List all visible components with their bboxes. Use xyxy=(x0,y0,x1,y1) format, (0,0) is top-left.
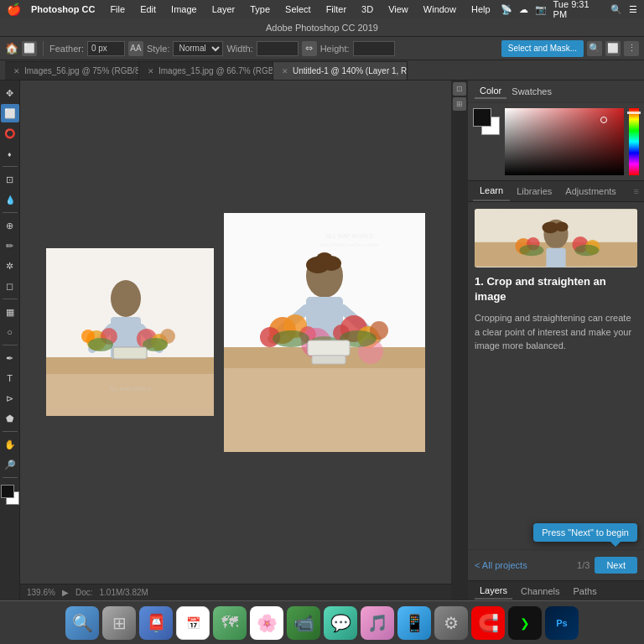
doc-size-label: Doc: xyxy=(75,588,93,597)
svg-rect-15 xyxy=(113,347,147,359)
menu-file[interactable]: File xyxy=(105,4,130,14)
fg-swatch[interactable] xyxy=(473,108,491,127)
magic-wand-tool[interactable]: ⬧ xyxy=(1,144,19,163)
svg-text:ALL MAP WORLD: ALL MAP WORLD xyxy=(109,387,151,392)
tab-3[interactable]: ✕ Untitled-1 @ 140% (Layer 1, RGB/8*) xyxy=(273,61,408,80)
pen-tool[interactable]: ✒ xyxy=(1,349,19,367)
eraser-tool[interactable]: ◻ xyxy=(1,277,19,295)
dock-systemprefs[interactable]: ⚙ xyxy=(434,606,468,640)
width-input[interactable] xyxy=(257,41,299,56)
learn-panel: Learn Libraries Adjustments ≡ xyxy=(468,181,644,600)
color-panel: Color Swatches xyxy=(468,80,644,181)
menu-filter[interactable]: Filter xyxy=(321,4,351,14)
color-tab[interactable]: Color xyxy=(475,84,506,99)
screen-share-icon: 📡 xyxy=(501,4,512,15)
hue-slider[interactable] xyxy=(629,108,639,175)
layers-tab[interactable]: Layers xyxy=(475,583,512,600)
feather-input[interactable] xyxy=(87,41,125,56)
search-icon[interactable]: 🔍 xyxy=(610,4,622,15)
search-panel-icon[interactable]: 🔍 xyxy=(587,41,602,56)
learn-thumbnail xyxy=(475,209,637,267)
dock-calendar[interactable]: 📅 xyxy=(176,606,210,640)
tab-3-close[interactable]: ✕ xyxy=(282,67,288,75)
menu-type[interactable]: Type xyxy=(245,4,275,14)
style-select[interactable]: Normal xyxy=(173,41,223,56)
dock-ps[interactable]: Ps xyxy=(545,606,579,640)
home-icon[interactable]: 🏠 xyxy=(5,42,18,55)
menu-icon[interactable]: ☰ xyxy=(629,4,637,15)
swap-icon[interactable]: ⇔ xyxy=(302,41,317,56)
panel-options-icon[interactable]: ≡ xyxy=(634,186,639,196)
swatches-tab[interactable]: Swatches xyxy=(506,85,557,98)
path-select-tool[interactable]: ⊳ xyxy=(1,389,19,408)
strip-icon-2[interactable]: ⊞ xyxy=(453,97,466,111)
menu-3d[interactable]: 3D xyxy=(356,4,378,14)
dock-mail[interactable]: 📮 xyxy=(139,606,173,640)
marquee-tool[interactable]: ⬜ xyxy=(1,104,19,122)
tab-2-close[interactable]: ✕ xyxy=(148,67,154,75)
menu-view[interactable]: View xyxy=(383,4,413,14)
eyedropper-tool[interactable]: 💧 xyxy=(1,190,19,209)
svg-text:ALL MAP WORLD: ALL MAP WORLD xyxy=(325,233,373,239)
ps-canvas-area: ALL MAP WORLD xyxy=(20,80,451,600)
menu-layer[interactable]: Layer xyxy=(207,4,241,14)
tab-2[interactable]: ✕ Images_15.jpg @ 66.7% (RGB/8... xyxy=(139,61,273,80)
dock-terminal[interactable]: ❯ xyxy=(508,606,542,640)
paths-tab[interactable]: Paths xyxy=(569,584,602,599)
tab-1-label: Images_56.jpg @ 75% (RGB/8... xyxy=(24,66,139,75)
arrange-icon[interactable]: ⋮ xyxy=(624,41,639,56)
learn-footer: < All projects 1/3 Next xyxy=(468,549,644,580)
text-tool[interactable]: T xyxy=(1,369,19,387)
dock-facetime[interactable]: 📹 xyxy=(287,606,320,640)
dock-messages[interactable]: 💬 xyxy=(324,606,357,640)
ps-titlebar: Adobe Photoshop CC 2019 xyxy=(0,18,644,37)
gradient-tool[interactable]: ▦ xyxy=(1,303,19,321)
channels-tab[interactable]: Channels xyxy=(516,584,564,599)
svg-point-13 xyxy=(88,338,113,351)
menu-window[interactable]: Window xyxy=(418,4,461,14)
height-input[interactable] xyxy=(353,41,395,56)
brush-tool[interactable]: ✏ xyxy=(1,236,19,255)
tab-2-label: Images_15.jpg @ 66.7% (RGB/8... xyxy=(158,66,273,75)
color-gradient[interactable] xyxy=(505,108,624,175)
dock-appstore[interactable]: 📱 xyxy=(397,606,431,640)
menu-select[interactable]: Select xyxy=(280,4,316,14)
crop-tool[interactable]: ⊡ xyxy=(1,170,19,189)
zoom-tool[interactable]: 🔎 xyxy=(1,455,19,474)
dock-finder[interactable]: 🔍 xyxy=(65,606,99,640)
menu-image[interactable]: Image xyxy=(166,4,202,14)
hand-tool[interactable]: ✋ xyxy=(1,435,19,454)
foreground-color[interactable] xyxy=(1,485,14,498)
menu-edit[interactable]: Edit xyxy=(135,4,161,14)
dock-maps[interactable]: 🗺 xyxy=(213,606,247,640)
zoom-level: 139.6% xyxy=(27,588,55,597)
select-and-mask-button[interactable]: Select and Mask... xyxy=(501,40,584,57)
dock-photos[interactable]: 🌸 xyxy=(250,606,283,640)
tab-1[interactable]: ✕ Images_56.jpg @ 75% (RGB/8... xyxy=(5,61,139,80)
workspace-icon[interactable]: ⬜ xyxy=(605,41,621,56)
libraries-tab[interactable]: Libraries xyxy=(510,182,558,200)
learn-tab[interactable]: Learn xyxy=(473,181,510,201)
dock-launchpad[interactable]: ⊞ xyxy=(102,606,136,640)
anti-alias-icon[interactable]: AA xyxy=(128,41,143,56)
progress-indicator: 1/3 xyxy=(577,560,589,570)
marquee-rect-icon[interactable]: ⬜ xyxy=(22,41,37,56)
clone-tool[interactable]: ✲ xyxy=(1,257,19,275)
lasso-tool[interactable]: ⭕ xyxy=(1,124,19,143)
shape-tool[interactable]: ⬟ xyxy=(1,409,19,428)
adjustments-tab[interactable]: Adjustments xyxy=(558,182,623,200)
svg-rect-43 xyxy=(308,340,350,356)
dodge-tool[interactable]: ○ xyxy=(1,323,19,341)
tab-1-close[interactable]: ✕ xyxy=(13,67,20,75)
menu-help[interactable]: Help xyxy=(466,4,496,14)
move-tool[interactable]: ✥ xyxy=(1,84,19,102)
apple-icon[interactable]: 🍎 xyxy=(7,3,21,16)
dock-magnet[interactable]: 🧲 xyxy=(471,606,505,640)
svg-point-51 xyxy=(555,222,569,232)
spot-heal-tool[interactable]: ⊕ xyxy=(1,216,19,235)
all-projects-link[interactable]: < All projects xyxy=(475,560,527,570)
strip-icon-1[interactable]: ⊡ xyxy=(453,82,466,96)
next-button[interactable]: Next xyxy=(595,557,637,574)
dock-itunes[interactable]: 🎵 xyxy=(361,606,394,640)
tooltip-bubble: Press "Next" to begin xyxy=(533,523,637,542)
